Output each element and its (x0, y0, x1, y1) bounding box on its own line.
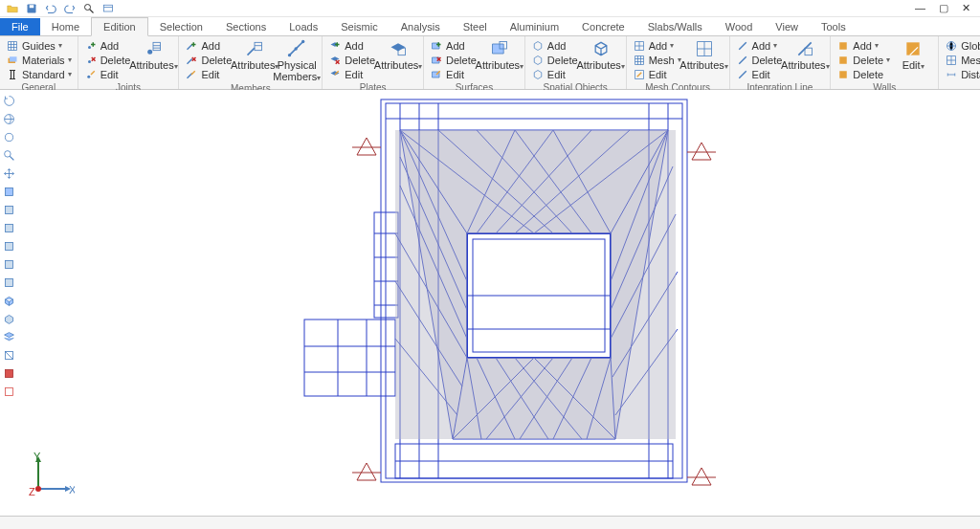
mesh-add[interactable]: Add▾ (633, 38, 681, 53)
preview-icon[interactable] (101, 2, 115, 15)
surfaces-attributes[interactable]: Attributes▾ (480, 38, 519, 72)
surfaces-add[interactable]: Add (430, 38, 477, 53)
minimize-button[interactable]: — (915, 3, 925, 13)
tab-home[interactable]: Home (40, 18, 91, 35)
joints-attr-label: Attributes (129, 59, 173, 71)
intline-add[interactable]: Add▾ (736, 38, 783, 53)
members-delete[interactable]: Delete (185, 53, 232, 67)
open-icon[interactable] (6, 2, 19, 15)
plates-attributes[interactable]: Attributes▾ (379, 38, 417, 72)
measure-dist-label: Distances (961, 69, 980, 80)
standard-button[interactable]: Standard▾ (6, 67, 72, 81)
layers-icon[interactable] (2, 330, 16, 344)
tab-sections[interactable]: Sections (214, 18, 278, 35)
svg-rect-48 (5, 387, 12, 395)
spatial-attributes[interactable]: Attributes▾ (582, 38, 620, 72)
svg-rect-29 (840, 56, 848, 64)
group-members: Add Delete Edit Attributes▾ Physical Mem… (179, 36, 323, 89)
title-bar: — ▢ ✕ (0, 0, 980, 17)
rotate-icon[interactable] (2, 94, 16, 108)
svg-marker-114 (453, 358, 615, 439)
svg-point-11 (148, 50, 153, 55)
members-attributes[interactable]: Attributes▾ (235, 38, 274, 72)
tab-wood[interactable]: Wood (714, 18, 765, 35)
guides-button[interactable]: Guides▾ (6, 38, 72, 53)
svg-point-24 (295, 47, 298, 50)
physical-members[interactable]: Physical Members▾ (278, 38, 316, 82)
measure-global[interactable]: Global▾ (945, 38, 980, 53)
surfaces-delete[interactable]: Delete (430, 53, 477, 67)
tab-aluminium[interactable]: Aluminium (499, 18, 570, 35)
render-icon[interactable] (2, 366, 16, 381)
tab-slabs-walls[interactable]: Slabs/Walls (636, 18, 714, 35)
tab-tools[interactable]: Tools (810, 18, 858, 35)
mesh-edit[interactable]: Edit (633, 67, 681, 81)
walls-edit[interactable]: Edit▾ (894, 38, 932, 72)
measure-distances[interactable]: Distances (945, 67, 980, 81)
tab-seismic[interactable]: Seismic (329, 18, 390, 35)
measure-mesh[interactable]: Mesh▾ (945, 53, 980, 67)
maximize-button[interactable]: ▢ (939, 3, 948, 13)
spatial-add[interactable]: Add (531, 38, 578, 53)
walls-delete-label: Delete (853, 55, 883, 66)
search-icon[interactable] (82, 2, 96, 15)
viewport[interactable] (17, 90, 980, 516)
section-icon[interactable] (2, 348, 16, 363)
plates-edit[interactable]: Edit (328, 67, 375, 81)
cube-bottom-icon[interactable] (2, 276, 16, 290)
spatial-edit[interactable]: Edit (531, 67, 578, 81)
surfaces-edit[interactable]: Edit (430, 67, 477, 81)
members-edit[interactable]: Edit (185, 67, 232, 81)
svg-rect-99 (304, 320, 395, 396)
wire-icon[interactable] (2, 385, 16, 399)
zoom-icon[interactable] (2, 148, 16, 163)
joints-edit[interactable]: Edit (84, 67, 131, 81)
save-icon[interactable] (25, 2, 38, 15)
tab-loads[interactable]: Loads (278, 18, 329, 35)
joints-add[interactable]: Add (84, 38, 131, 53)
model-drawing (17, 90, 980, 516)
cube-front-icon[interactable] (2, 203, 16, 217)
tab-steel[interactable]: Steel (452, 18, 499, 35)
tab-edition[interactable]: Edition (91, 17, 148, 36)
spatial-delete[interactable]: Delete (531, 53, 578, 67)
cube-left-icon[interactable] (2, 257, 16, 272)
mesh-attributes[interactable]: Attributes▾ (685, 38, 724, 72)
walls-delete[interactable]: Delete▾ (836, 53, 890, 67)
svg-rect-19 (255, 42, 262, 50)
materials-button[interactable]: Materials▾ (6, 53, 72, 67)
walls-add[interactable]: Add▾ (836, 38, 890, 53)
intline-attributes[interactable]: Attributes▾ (786, 38, 824, 72)
members-add-label: Add (201, 40, 220, 52)
tab-analysis[interactable]: Analysis (390, 18, 452, 35)
mesh-edit-label: Edit (649, 69, 667, 80)
tab-selection[interactable]: Selection (148, 18, 214, 35)
globe-icon[interactable] (2, 112, 16, 126)
joints-delete[interactable]: Delete (84, 53, 131, 67)
circle-icon[interactable] (2, 130, 16, 144)
tab-file[interactable]: File (0, 18, 40, 35)
pan-icon[interactable] (2, 166, 16, 181)
cube-top-icon[interactable] (2, 185, 16, 199)
plates-add[interactable]: Add (328, 38, 375, 53)
tab-view[interactable]: View (764, 18, 810, 35)
cube-iso2-icon[interactable] (2, 312, 16, 326)
intline-edit[interactable]: Edit (736, 67, 783, 81)
group-surfaces: Add Delete Edit Attributes▾ Surfaces (424, 36, 525, 89)
close-button[interactable]: ✕ (962, 3, 970, 13)
mesh-mesh[interactable]: Mesh▾ (633, 53, 681, 67)
intline-delete[interactable]: Delete (736, 53, 783, 67)
materials-label: Materials (22, 55, 65, 66)
svg-point-10 (87, 75, 90, 77)
cube-side-icon[interactable] (2, 221, 16, 235)
walls-edit-label: Edit (902, 59, 921, 71)
joints-attributes[interactable]: Attributes▾ (134, 38, 172, 72)
cube-right-icon[interactable] (2, 239, 16, 253)
plates-delete[interactable]: Delete (328, 53, 375, 67)
undo-icon[interactable] (44, 2, 57, 15)
tab-concrete[interactable]: Concrete (570, 18, 636, 35)
walls-delete2[interactable]: Delete (836, 67, 890, 81)
cube-iso-icon[interactable] (2, 294, 16, 308)
members-add[interactable]: Add (185, 38, 232, 53)
redo-icon[interactable] (63, 2, 77, 15)
